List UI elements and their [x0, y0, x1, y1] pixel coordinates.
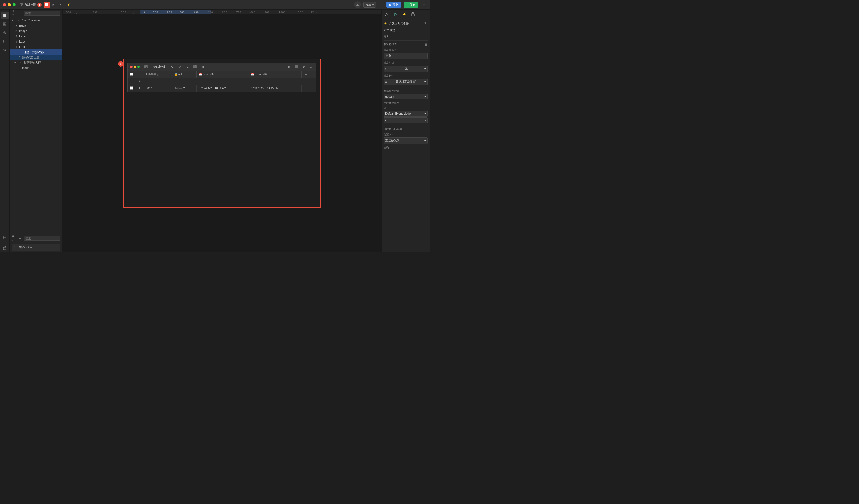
tree-item-label3[interactable]: T Label	[10, 44, 62, 49]
td-checkbox[interactable]	[128, 85, 135, 92]
add-column-button[interactable]: +	[303, 72, 308, 77]
more-button[interactable]: ...	[56, 246, 58, 249]
sidebar-settings-icon[interactable]: ⚙	[1, 46, 9, 54]
dt-columns-icon[interactable]	[192, 64, 198, 70]
tree-item-button[interactable]: ✦ Button	[10, 23, 62, 28]
td-add-btn[interactable]: +	[135, 78, 144, 85]
tree-item-input[interactable]: □ Input	[10, 65, 62, 70]
svg-text:-300: -300	[64, 11, 71, 14]
th-add-column[interactable]: +	[301, 71, 316, 78]
avatar[interactable]	[354, 1, 361, 8]
label-icon: T	[14, 46, 18, 48]
sidebar-plugin-icon[interactable]	[1, 244, 9, 252]
rp-interact-icon[interactable]	[392, 11, 399, 18]
sidebar-bottom-icon[interactable]	[1, 234, 9, 241]
home-icon: ⌂	[14, 246, 15, 249]
tree-item-label2[interactable]: T Label	[10, 39, 62, 44]
device-icon[interactable]	[378, 2, 384, 8]
bottom-add-button[interactable]: +	[18, 236, 22, 241]
maximize-button[interactable]	[13, 3, 16, 6]
tree-item-label1[interactable]: T Label	[10, 34, 62, 39]
svg-rect-6	[47, 5, 48, 6]
id-model-select[interactable]: Default Event Model ▾	[383, 111, 427, 116]
preview-button[interactable]: ▶ 预览	[387, 2, 401, 8]
publish-button[interactable]: ✓ 发布	[404, 2, 419, 8]
updatedat-time: 04:15 PM	[267, 87, 278, 90]
dt-maximize[interactable]	[137, 66, 140, 68]
id-label: Id	[383, 107, 427, 110]
draw-icon[interactable]: ✏	[50, 2, 56, 8]
th-acl-label: acl	[178, 73, 182, 76]
sidebar-components-icon[interactable]	[1, 20, 9, 28]
select-all-checkbox[interactable]	[130, 73, 133, 76]
rp-plugin-icon[interactable]	[409, 11, 416, 18]
rp-help-button[interactable]: ?	[423, 21, 427, 26]
tree-item-numeric-click[interactable]: T 数字点击上去	[10, 55, 62, 60]
dt-layout-icon[interactable]	[143, 64, 149, 70]
sidebar-layers-icon[interactable]	[1, 12, 9, 19]
dt-minimize[interactable]	[134, 66, 136, 68]
layout-icon[interactable]	[18, 2, 24, 8]
right-panel-icons: ⚡	[382, 10, 430, 19]
td-updatedat: 07/12/2022 04:15 PM	[249, 85, 301, 92]
rp-style-icon[interactable]	[383, 11, 390, 18]
titlebar-right: 76% ▾ ▶ 预览 ✓ 发布	[354, 1, 427, 8]
tree-item-keyboard-receiver[interactable]: ▾ ≡ 键盘上方接收器	[10, 49, 62, 55]
dt-sort-icon[interactable]: ⇅	[184, 64, 190, 70]
th-checkbox[interactable]	[128, 71, 135, 78]
tree-item-verify-input[interactable]: ▾ ≡ 验证码输入框	[10, 60, 62, 65]
nav-icon[interactable]: ⚡	[66, 2, 72, 8]
precondition-select[interactable]: 直接触发发 ▾	[383, 138, 427, 144]
dt-close[interactable]	[130, 66, 133, 68]
dt-expand-icon[interactable]: ⤡	[169, 64, 175, 70]
dt-search-icon[interactable]: ⌕	[308, 64, 314, 70]
th-updatedat[interactable]: 📅 updatedAt	[249, 71, 301, 78]
acl-icon: 🔒	[174, 73, 178, 76]
active-tool-button[interactable]	[44, 2, 50, 8]
th-acl[interactable]: 🔒 acl	[172, 71, 196, 78]
th-field[interactable]: Σ 数字字段	[144, 71, 172, 78]
zoom-selector[interactable]: 76% ▾	[363, 2, 376, 8]
minimize-button[interactable]	[8, 3, 11, 6]
trigger-action-select[interactable]: ≡ 数据绑定及设置 ▾	[383, 79, 427, 85]
tree-item-image[interactable]: ⊠ Image	[10, 28, 62, 34]
id-field-select[interactable]: id ▾	[383, 117, 427, 123]
dt-refresh-icon[interactable]: ↻	[301, 64, 306, 70]
container-icon: ≡	[19, 51, 22, 53]
component-icon[interactable]: ✦	[58, 2, 64, 8]
dt-grid-icon[interactable]: ⊞	[286, 64, 292, 70]
sidebar-data-icon[interactable]	[1, 37, 9, 45]
trigger-name-value[interactable]: 更新	[383, 52, 427, 59]
td-acl[interactable]: 全部用户	[172, 85, 196, 92]
dt-table-icon[interactable]	[293, 64, 299, 70]
th-createdat[interactable]: 📅 createdAt	[197, 71, 249, 78]
tree-item-label: 验证码输入框	[24, 61, 41, 65]
rp-add-trigger-button[interactable]: +	[417, 21, 421, 26]
delete-trigger-button[interactable]: 🗑	[424, 43, 427, 46]
empty-view-item[interactable]: ⌂ Empty View ...	[12, 244, 60, 251]
table-row[interactable]: 1 5067 全部用户 07/12/2022 10:52 AM	[128, 85, 316, 92]
td-field[interactable]: 5067	[144, 85, 172, 92]
canvas-scroll[interactable]: 1	[62, 14, 381, 252]
dt-filter-icon[interactable]: ▽	[177, 64, 182, 70]
rp-event-icon[interactable]: ⚡	[401, 11, 408, 18]
more-icon[interactable]	[421, 2, 427, 8]
tree-search-input[interactable]	[24, 11, 60, 16]
play-icon: ▶	[389, 3, 392, 6]
canvas-border: 游戏按钮 ⤡ ▽ ⇅ ⊞ ⊞	[123, 59, 320, 208]
svg-rect-23	[3, 248, 6, 250]
data-event-select[interactable]: updata ▾	[383, 94, 427, 99]
tree-add-button[interactable]: +	[18, 11, 22, 16]
close-button[interactable]	[3, 3, 6, 6]
table-add-row[interactable]: +	[128, 78, 316, 85]
bottom-search-input[interactable]	[24, 236, 60, 241]
sidebar-assets-icon[interactable]: ⊕	[1, 29, 9, 36]
precondition-label: 前置条件	[383, 133, 427, 137]
tree-item-root[interactable]: ▾ □ Root Container	[10, 18, 62, 23]
row-checkbox[interactable]	[130, 86, 133, 90]
component-tree-panel: 组件 + ▾ □ Root Container ✦ Button ⊠ Image	[10, 10, 62, 252]
dt-config-icon[interactable]: ⊞	[200, 64, 206, 70]
trigger-time-select[interactable]: ⊙ 无 ▾	[383, 66, 427, 72]
add-row-button[interactable]: +	[137, 79, 142, 84]
svg-rect-14	[3, 15, 6, 16]
